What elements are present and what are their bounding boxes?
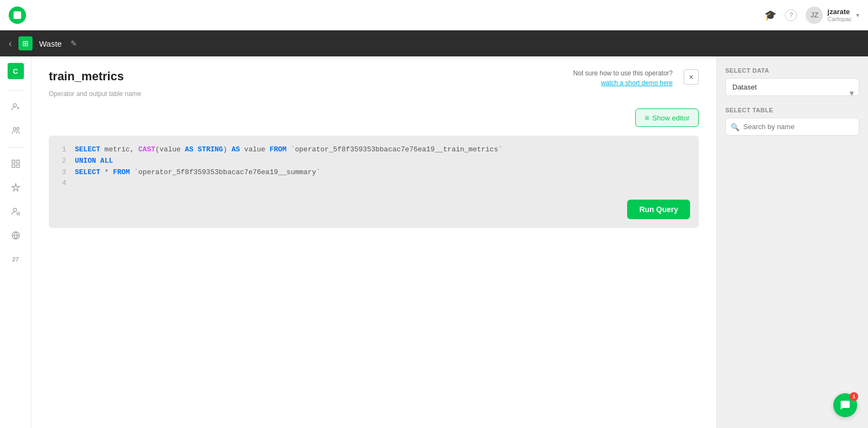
- code-content-2: UNION ALL: [75, 156, 113, 167]
- sidebar-item-magic[interactable]: [6, 178, 25, 197]
- help-icon[interactable]: ?: [785, 9, 797, 21]
- svg-point-4: [16, 127, 19, 130]
- search-icon: 🔍: [731, 123, 739, 131]
- code-content-1: SELECT metric, CAST(value AS STRING) AS …: [75, 144, 502, 156]
- chevron-down-icon: ▾: [856, 11, 859, 19]
- show-editor-button[interactable]: ≡ Show editor: [635, 108, 699, 127]
- user-org: Cartopac: [827, 16, 852, 22]
- lines-icon: ≡: [644, 113, 649, 122]
- top-nav-left: [9, 7, 26, 24]
- operator-help-section: Not sure how to use this operator? watch…: [573, 69, 699, 87]
- chat-badge: 1: [850, 392, 858, 401]
- user-name: jzarate: [827, 8, 852, 16]
- code-line-3: 3 SELECT * FROM `operator_5f8f359353bbac…: [58, 167, 690, 178]
- dataset-select[interactable]: Dataset Table View: [725, 78, 859, 96]
- left-sidebar: C 27: [0, 56, 31, 428]
- back-button[interactable]: ‹: [9, 38, 12, 49]
- sidebar-item-people[interactable]: [6, 121, 25, 140]
- run-query-button[interactable]: Run Query: [627, 200, 690, 219]
- svg-rect-5: [12, 160, 15, 163]
- code-content-3: SELECT * FROM `operator_5f8f359353bbacac…: [75, 167, 321, 178]
- code-content-4: [75, 178, 79, 189]
- second-nav: ‹ ⊞ Waste ✎: [0, 30, 868, 56]
- search-table-input[interactable]: [725, 118, 859, 136]
- operator-title: train_metrics: [49, 69, 124, 84]
- graduation-icon[interactable]: 🎓: [764, 9, 776, 21]
- svg-point-0: [13, 104, 16, 107]
- avatar: JZ: [806, 7, 823, 24]
- svg-point-3: [13, 127, 16, 130]
- svg-point-9: [13, 208, 16, 212]
- help-link[interactable]: watch a short demo here: [601, 79, 673, 87]
- logo-inner: [14, 11, 21, 19]
- select-data-label: SELECT DATA: [725, 67, 859, 74]
- line-number-1: 1: [58, 144, 66, 156]
- help-text: Not sure how to use this operator?: [573, 69, 673, 77]
- sidebar-item-grid[interactable]: [6, 154, 25, 174]
- operator-subtitle: Operator and output table name: [49, 90, 699, 98]
- code-editor[interactable]: 1 SELECT metric, CAST(value AS STRING) A…: [49, 136, 699, 228]
- sidebar-avatar: C: [8, 63, 24, 79]
- line-number-4: 4: [58, 178, 66, 189]
- user-menu[interactable]: JZ jzarate Cartopac ▾: [806, 7, 859, 24]
- edit-icon[interactable]: ✎: [71, 39, 77, 48]
- line-number-2: 2: [58, 156, 66, 167]
- operator-title-section: train_metrics: [49, 69, 124, 84]
- sidebar-item-globe[interactable]: [6, 226, 25, 245]
- right-panel: SELECT DATA Dataset Table View SELECT TA…: [716, 56, 868, 428]
- user-details: jzarate Cartopac: [827, 8, 852, 22]
- sidebar-divider-2: [8, 147, 24, 148]
- sidebar-item-person-search[interactable]: [6, 202, 25, 221]
- code-line-1: 1 SELECT metric, CAST(value AS STRING) A…: [58, 144, 690, 156]
- workflow-icon: ⊞: [18, 36, 33, 50]
- chat-button[interactable]: 1: [833, 393, 857, 417]
- sidebar-item-numbers[interactable]: 27: [6, 250, 25, 269]
- svg-rect-7: [12, 165, 15, 168]
- code-line-2: 2 UNION ALL: [58, 156, 690, 167]
- main-content: C 27 train_metrics: [0, 56, 868, 428]
- show-editor-label: Show editor: [652, 114, 690, 122]
- code-line-4: 4: [58, 178, 690, 189]
- select-table-label: SELECT TABLE: [725, 107, 859, 113]
- center-content: train_metrics Not sure how to use this o…: [31, 56, 716, 428]
- dataset-select-wrapper: Dataset Table View: [725, 78, 859, 107]
- top-nav-right: 🎓 ? JZ jzarate Cartopac ▾: [764, 7, 859, 24]
- svg-line-11: [19, 214, 20, 215]
- svg-rect-6: [16, 160, 19, 163]
- workflow-title: Waste: [39, 39, 62, 48]
- app-logo: [9, 7, 26, 24]
- search-table-wrapper: 🔍: [725, 118, 859, 136]
- operator-help: Not sure how to use this operator? watch…: [573, 69, 673, 87]
- close-button[interactable]: ×: [684, 69, 699, 85]
- svg-rect-8: [16, 165, 19, 168]
- sidebar-item-person-add[interactable]: [6, 97, 25, 117]
- operator-header: train_metrics Not sure how to use this o…: [49, 69, 699, 87]
- line-number-3: 3: [58, 167, 66, 178]
- sidebar-divider: [8, 90, 24, 91]
- top-nav: 🎓 ? JZ jzarate Cartopac ▾: [0, 0, 868, 30]
